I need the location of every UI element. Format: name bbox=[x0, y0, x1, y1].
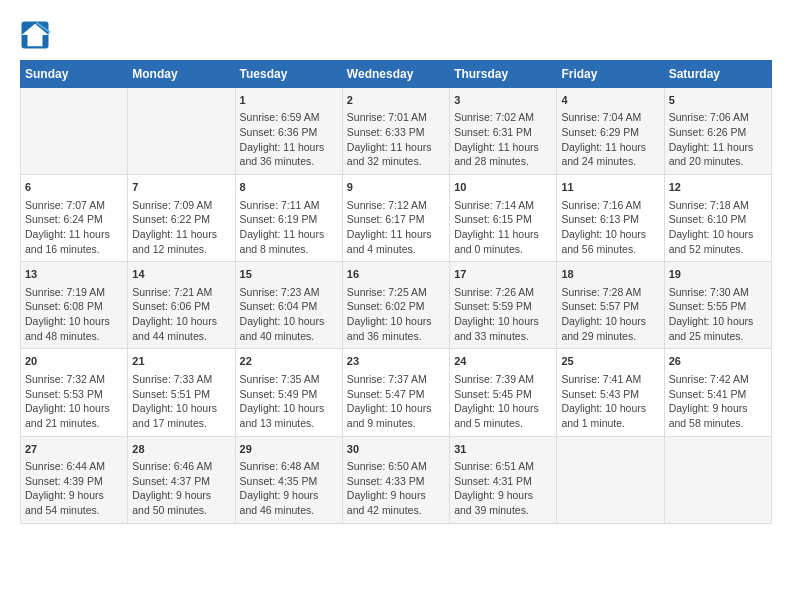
header-day-monday: Monday bbox=[128, 61, 235, 88]
logo bbox=[20, 20, 54, 50]
calendar-cell: 8Sunrise: 7:11 AM Sunset: 6:19 PM Daylig… bbox=[235, 175, 342, 262]
day-info: Sunrise: 7:09 AM Sunset: 6:22 PM Dayligh… bbox=[132, 198, 230, 257]
page-header bbox=[20, 20, 772, 50]
calendar-cell: 29Sunrise: 6:48 AM Sunset: 4:35 PM Dayli… bbox=[235, 436, 342, 523]
day-number: 3 bbox=[454, 93, 552, 108]
day-info: Sunrise: 6:46 AM Sunset: 4:37 PM Dayligh… bbox=[132, 459, 230, 518]
logo-icon bbox=[20, 20, 50, 50]
day-number: 10 bbox=[454, 180, 552, 195]
calendar-cell: 23Sunrise: 7:37 AM Sunset: 5:47 PM Dayli… bbox=[342, 349, 449, 436]
day-number: 16 bbox=[347, 267, 445, 282]
day-number: 4 bbox=[561, 93, 659, 108]
calendar-cell bbox=[664, 436, 771, 523]
day-number: 22 bbox=[240, 354, 338, 369]
day-number: 2 bbox=[347, 93, 445, 108]
day-info: Sunrise: 7:02 AM Sunset: 6:31 PM Dayligh… bbox=[454, 110, 552, 169]
day-number: 21 bbox=[132, 354, 230, 369]
calendar-cell: 20Sunrise: 7:32 AM Sunset: 5:53 PM Dayli… bbox=[21, 349, 128, 436]
calendar-cell bbox=[21, 88, 128, 175]
calendar-cell: 3Sunrise: 7:02 AM Sunset: 6:31 PM Daylig… bbox=[450, 88, 557, 175]
calendar-cell bbox=[557, 436, 664, 523]
day-info: Sunrise: 6:59 AM Sunset: 6:36 PM Dayligh… bbox=[240, 110, 338, 169]
day-info: Sunrise: 7:23 AM Sunset: 6:04 PM Dayligh… bbox=[240, 285, 338, 344]
calendar-cell: 11Sunrise: 7:16 AM Sunset: 6:13 PM Dayli… bbox=[557, 175, 664, 262]
calendar-cell: 28Sunrise: 6:46 AM Sunset: 4:37 PM Dayli… bbox=[128, 436, 235, 523]
day-info: Sunrise: 7:07 AM Sunset: 6:24 PM Dayligh… bbox=[25, 198, 123, 257]
day-info: Sunrise: 6:50 AM Sunset: 4:33 PM Dayligh… bbox=[347, 459, 445, 518]
calendar-cell: 10Sunrise: 7:14 AM Sunset: 6:15 PM Dayli… bbox=[450, 175, 557, 262]
header-day-saturday: Saturday bbox=[664, 61, 771, 88]
calendar-cell: 30Sunrise: 6:50 AM Sunset: 4:33 PM Dayli… bbox=[342, 436, 449, 523]
day-number: 20 bbox=[25, 354, 123, 369]
calendar-cell: 9Sunrise: 7:12 AM Sunset: 6:17 PM Daylig… bbox=[342, 175, 449, 262]
calendar-cell: 17Sunrise: 7:26 AM Sunset: 5:59 PM Dayli… bbox=[450, 262, 557, 349]
day-number: 24 bbox=[454, 354, 552, 369]
day-number: 25 bbox=[561, 354, 659, 369]
day-info: Sunrise: 6:51 AM Sunset: 4:31 PM Dayligh… bbox=[454, 459, 552, 518]
day-info: Sunrise: 7:11 AM Sunset: 6:19 PM Dayligh… bbox=[240, 198, 338, 257]
day-number: 8 bbox=[240, 180, 338, 195]
calendar-cell: 22Sunrise: 7:35 AM Sunset: 5:49 PM Dayli… bbox=[235, 349, 342, 436]
calendar-cell: 16Sunrise: 7:25 AM Sunset: 6:02 PM Dayli… bbox=[342, 262, 449, 349]
calendar-table: SundayMondayTuesdayWednesdayThursdayFrid… bbox=[20, 60, 772, 524]
day-info: Sunrise: 6:48 AM Sunset: 4:35 PM Dayligh… bbox=[240, 459, 338, 518]
day-info: Sunrise: 7:30 AM Sunset: 5:55 PM Dayligh… bbox=[669, 285, 767, 344]
header-day-thursday: Thursday bbox=[450, 61, 557, 88]
calendar-cell: 13Sunrise: 7:19 AM Sunset: 6:08 PM Dayli… bbox=[21, 262, 128, 349]
day-info: Sunrise: 7:18 AM Sunset: 6:10 PM Dayligh… bbox=[669, 198, 767, 257]
calendar-cell: 5Sunrise: 7:06 AM Sunset: 6:26 PM Daylig… bbox=[664, 88, 771, 175]
header-day-friday: Friday bbox=[557, 61, 664, 88]
calendar-cell: 1Sunrise: 6:59 AM Sunset: 6:36 PM Daylig… bbox=[235, 88, 342, 175]
calendar-cell: 21Sunrise: 7:33 AM Sunset: 5:51 PM Dayli… bbox=[128, 349, 235, 436]
calendar-cell: 25Sunrise: 7:41 AM Sunset: 5:43 PM Dayli… bbox=[557, 349, 664, 436]
calendar-cell: 31Sunrise: 6:51 AM Sunset: 4:31 PM Dayli… bbox=[450, 436, 557, 523]
day-number: 5 bbox=[669, 93, 767, 108]
day-number: 27 bbox=[25, 442, 123, 457]
day-number: 18 bbox=[561, 267, 659, 282]
day-number: 17 bbox=[454, 267, 552, 282]
calendar-cell: 6Sunrise: 7:07 AM Sunset: 6:24 PM Daylig… bbox=[21, 175, 128, 262]
calendar-cell: 15Sunrise: 7:23 AM Sunset: 6:04 PM Dayli… bbox=[235, 262, 342, 349]
day-info: Sunrise: 7:26 AM Sunset: 5:59 PM Dayligh… bbox=[454, 285, 552, 344]
day-info: Sunrise: 7:16 AM Sunset: 6:13 PM Dayligh… bbox=[561, 198, 659, 257]
day-info: Sunrise: 7:42 AM Sunset: 5:41 PM Dayligh… bbox=[669, 372, 767, 431]
day-number: 19 bbox=[669, 267, 767, 282]
calendar-cell: 14Sunrise: 7:21 AM Sunset: 6:06 PM Dayli… bbox=[128, 262, 235, 349]
day-info: Sunrise: 7:28 AM Sunset: 5:57 PM Dayligh… bbox=[561, 285, 659, 344]
header-day-tuesday: Tuesday bbox=[235, 61, 342, 88]
calendar-cell bbox=[128, 88, 235, 175]
day-info: Sunrise: 7:25 AM Sunset: 6:02 PM Dayligh… bbox=[347, 285, 445, 344]
calendar-cell: 19Sunrise: 7:30 AM Sunset: 5:55 PM Dayli… bbox=[664, 262, 771, 349]
day-number: 23 bbox=[347, 354, 445, 369]
day-info: Sunrise: 7:12 AM Sunset: 6:17 PM Dayligh… bbox=[347, 198, 445, 257]
day-number: 14 bbox=[132, 267, 230, 282]
day-info: Sunrise: 7:32 AM Sunset: 5:53 PM Dayligh… bbox=[25, 372, 123, 431]
calendar-week-2: 6Sunrise: 7:07 AM Sunset: 6:24 PM Daylig… bbox=[21, 175, 772, 262]
calendar-week-4: 20Sunrise: 7:32 AM Sunset: 5:53 PM Dayli… bbox=[21, 349, 772, 436]
day-number: 29 bbox=[240, 442, 338, 457]
header-day-wednesday: Wednesday bbox=[342, 61, 449, 88]
calendar-cell: 4Sunrise: 7:04 AM Sunset: 6:29 PM Daylig… bbox=[557, 88, 664, 175]
day-info: Sunrise: 7:21 AM Sunset: 6:06 PM Dayligh… bbox=[132, 285, 230, 344]
day-number: 9 bbox=[347, 180, 445, 195]
day-number: 7 bbox=[132, 180, 230, 195]
day-info: Sunrise: 7:41 AM Sunset: 5:43 PM Dayligh… bbox=[561, 372, 659, 431]
day-number: 6 bbox=[25, 180, 123, 195]
calendar-week-1: 1Sunrise: 6:59 AM Sunset: 6:36 PM Daylig… bbox=[21, 88, 772, 175]
calendar-header-row: SundayMondayTuesdayWednesdayThursdayFrid… bbox=[21, 61, 772, 88]
calendar-cell: 24Sunrise: 7:39 AM Sunset: 5:45 PM Dayli… bbox=[450, 349, 557, 436]
day-number: 30 bbox=[347, 442, 445, 457]
day-info: Sunrise: 7:39 AM Sunset: 5:45 PM Dayligh… bbox=[454, 372, 552, 431]
day-number: 12 bbox=[669, 180, 767, 195]
day-info: Sunrise: 7:35 AM Sunset: 5:49 PM Dayligh… bbox=[240, 372, 338, 431]
day-number: 13 bbox=[25, 267, 123, 282]
calendar-week-3: 13Sunrise: 7:19 AM Sunset: 6:08 PM Dayli… bbox=[21, 262, 772, 349]
calendar-cell: 7Sunrise: 7:09 AM Sunset: 6:22 PM Daylig… bbox=[128, 175, 235, 262]
day-info: Sunrise: 7:37 AM Sunset: 5:47 PM Dayligh… bbox=[347, 372, 445, 431]
day-info: Sunrise: 7:01 AM Sunset: 6:33 PM Dayligh… bbox=[347, 110, 445, 169]
header-day-sunday: Sunday bbox=[21, 61, 128, 88]
day-info: Sunrise: 6:44 AM Sunset: 4:39 PM Dayligh… bbox=[25, 459, 123, 518]
calendar-week-5: 27Sunrise: 6:44 AM Sunset: 4:39 PM Dayli… bbox=[21, 436, 772, 523]
day-number: 11 bbox=[561, 180, 659, 195]
calendar-cell: 2Sunrise: 7:01 AM Sunset: 6:33 PM Daylig… bbox=[342, 88, 449, 175]
